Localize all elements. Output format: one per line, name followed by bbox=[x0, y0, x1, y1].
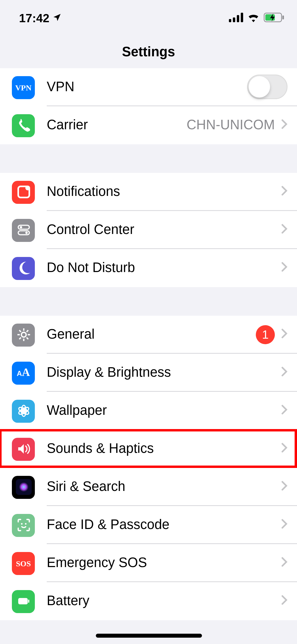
nav-bar: Settings bbox=[0, 35, 297, 70]
svg-line-17 bbox=[19, 338, 21, 339]
row-body: Emergency SOS bbox=[47, 544, 297, 582]
svg-point-31 bbox=[21, 523, 22, 525]
face-icon bbox=[12, 514, 35, 537]
chevron-right-icon bbox=[281, 184, 287, 200]
row-label: Battery bbox=[47, 593, 275, 609]
gear-icon bbox=[12, 323, 35, 346]
row-label: Do Not Disturb bbox=[47, 260, 275, 276]
row-notifications[interactable]: Notifications bbox=[0, 173, 297, 211]
home-indicator[interactable] bbox=[96, 634, 202, 638]
row-label: Siri & Search bbox=[47, 479, 275, 495]
chevron-right-icon bbox=[281, 403, 287, 418]
row-body: Battery bbox=[47, 582, 297, 620]
page-title: Settings bbox=[122, 44, 175, 60]
notifications-icon bbox=[12, 181, 35, 204]
row-general[interactable]: General1 bbox=[0, 316, 297, 354]
row-label: Wallpaper bbox=[47, 403, 275, 418]
chevron-right-icon bbox=[281, 326, 287, 342]
row-body: Siri & Search bbox=[47, 468, 297, 506]
sos-icon: SOS bbox=[12, 552, 35, 575]
svg-rect-33 bbox=[18, 598, 27, 604]
row-label: Notifications bbox=[47, 184, 275, 200]
row-label: Carrier bbox=[47, 117, 180, 133]
row-wallpaper[interactable]: Wallpaper bbox=[0, 392, 297, 430]
status-time: 17:42 bbox=[19, 11, 49, 24]
row-sos[interactable]: SOSEmergency SOS bbox=[0, 544, 297, 582]
svg-rect-34 bbox=[28, 600, 29, 603]
vpn-icon: VPN bbox=[12, 76, 35, 99]
row-label: VPN bbox=[47, 79, 241, 95]
svg-point-8 bbox=[25, 186, 30, 190]
siri-icon bbox=[12, 476, 35, 499]
cellular-icon bbox=[229, 13, 243, 22]
row-label: General bbox=[47, 326, 249, 342]
row-body: Face ID & Passcode bbox=[47, 506, 297, 544]
status-bar-left: 17:42 bbox=[19, 11, 62, 24]
switches-icon bbox=[12, 219, 35, 242]
row-body: VPN bbox=[47, 68, 297, 106]
settings-table[interactable]: VPNVPNCarrierCHN-UNICOMNotificationsCont… bbox=[0, 68, 297, 620]
chevron-right-icon bbox=[281, 593, 287, 609]
chevron-right-icon bbox=[281, 365, 287, 380]
svg-line-15 bbox=[26, 338, 28, 339]
svg-line-19 bbox=[19, 330, 21, 332]
wifi-icon bbox=[247, 13, 260, 22]
svg-line-21 bbox=[26, 330, 28, 332]
svg-point-28 bbox=[22, 409, 25, 412]
chevron-right-icon bbox=[281, 441, 287, 457]
row-carrier[interactable]: CarrierCHN-UNICOM bbox=[0, 106, 297, 144]
svg-rect-2 bbox=[237, 15, 239, 22]
row-vpn[interactable]: VPNVPN bbox=[0, 68, 297, 106]
row-body: CarrierCHN-UNICOM bbox=[47, 106, 297, 144]
phone-icon bbox=[12, 114, 35, 137]
row-body: Sounds & Haptics bbox=[47, 430, 297, 468]
chevron-right-icon bbox=[281, 517, 287, 533]
row-body: Do Not Disturb bbox=[47, 249, 297, 287]
row-controlcenter[interactable]: Control Center bbox=[0, 211, 297, 249]
row-sounds[interactable]: Sounds & Haptics bbox=[0, 430, 297, 468]
row-display[interactable]: AADisplay & Brightness bbox=[0, 354, 297, 392]
group-1: NotificationsControl CenterDo Not Distur… bbox=[0, 173, 297, 287]
status-bar-right bbox=[229, 13, 284, 22]
row-label: Sounds & Haptics bbox=[47, 441, 275, 457]
status-bar: 17:42 bbox=[0, 0, 297, 35]
svg-point-13 bbox=[21, 332, 26, 337]
svg-rect-0 bbox=[229, 19, 231, 22]
row-faceid[interactable]: Face ID & Passcode bbox=[0, 506, 297, 544]
row-body: Display & Brightness bbox=[47, 354, 297, 392]
svg-rect-3 bbox=[241, 13, 243, 22]
group-2: General1AADisplay & BrightnessWallpaperS… bbox=[0, 316, 297, 620]
group-0: VPNVPNCarrierCHN-UNICOM bbox=[0, 68, 297, 144]
row-body: Notifications bbox=[47, 173, 297, 211]
row-label: Emergency SOS bbox=[47, 555, 275, 571]
svg-point-12 bbox=[25, 232, 27, 234]
row-body: Control Center bbox=[47, 211, 297, 249]
row-body: Wallpaper bbox=[47, 392, 297, 430]
chevron-right-icon bbox=[281, 555, 287, 571]
svg-point-10 bbox=[20, 226, 22, 228]
svg-rect-1 bbox=[233, 17, 235, 22]
row-label: Control Center bbox=[47, 222, 275, 238]
row-body: General1 bbox=[47, 316, 297, 354]
svg-point-32 bbox=[25, 523, 26, 525]
row-siri[interactable]: Siri & Search bbox=[0, 468, 297, 506]
svg-rect-6 bbox=[282, 16, 284, 20]
row-battery[interactable]: Battery bbox=[0, 582, 297, 620]
moon-icon bbox=[12, 257, 35, 280]
row-label: Display & Brightness bbox=[47, 365, 275, 380]
toggle-vpn[interactable] bbox=[247, 75, 287, 99]
row-label: Face ID & Passcode bbox=[47, 517, 275, 533]
svg-point-30 bbox=[19, 482, 28, 492]
flower-icon bbox=[12, 399, 35, 422]
speaker-icon bbox=[12, 438, 35, 461]
location-icon bbox=[53, 13, 62, 22]
row-dnd[interactable]: Do Not Disturb bbox=[0, 249, 297, 287]
chevron-right-icon bbox=[281, 222, 287, 238]
battery-icon bbox=[264, 13, 284, 22]
chevron-right-icon bbox=[281, 479, 287, 495]
badge: 1 bbox=[256, 325, 275, 344]
chevron-right-icon bbox=[281, 117, 287, 133]
battery-icon bbox=[12, 590, 35, 613]
aa-icon: AA bbox=[12, 361, 35, 384]
chevron-right-icon bbox=[281, 260, 287, 276]
